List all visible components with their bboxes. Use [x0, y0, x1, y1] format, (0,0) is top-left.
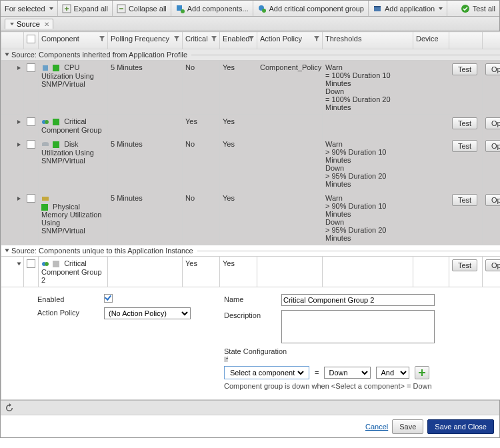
state-config-label: State Configuration: [224, 347, 435, 355]
chevron-down-icon: [49, 7, 53, 10]
test-button[interactable]: Test: [452, 194, 477, 206]
group-icon: [41, 260, 49, 268]
test-button[interactable]: Test: [452, 63, 477, 75]
status-up-icon: [53, 141, 59, 148]
component-cell: Physical Memory Utilization Using SNMP/V…: [39, 191, 108, 245]
row-checkbox[interactable]: [27, 117, 35, 126]
options-button[interactable]: Options: [485, 259, 500, 271]
plus-icon: [418, 369, 426, 377]
options-button[interactable]: Options: [485, 117, 500, 129]
group-unique[interactable]: Source: Components unique to this Applic…: [1, 245, 501, 257]
component-cell: CPU Utilization Using SNMP/Virtual: [39, 61, 108, 115]
name-label: Name: [224, 294, 281, 303]
polling-cell: 5 Minutes: [108, 137, 183, 191]
refresh-bar: [1, 400, 499, 415]
status-unknown-icon: [53, 261, 59, 267]
label: Test all: [473, 5, 495, 13]
chevron-down-icon: [439, 7, 443, 10]
enabled-cell: Yes: [220, 61, 257, 115]
options-button[interactable]: Options: [485, 194, 500, 206]
expand-row-icon[interactable]: [17, 197, 21, 201]
chevron-down-icon: [10, 23, 14, 25]
action-policy-cell: [257, 191, 323, 245]
operator-select[interactable]: And: [376, 367, 409, 379]
expand-icon: [62, 4, 71, 13]
footer: Cancel Save Save and Close: [1, 415, 499, 437]
critical-cell: No: [183, 61, 220, 115]
header-thresholds[interactable]: Thresholds: [323, 32, 413, 49]
cpu-icon: [41, 64, 49, 72]
component-icon: [175, 4, 185, 13]
device-cell: [413, 61, 449, 115]
row-checkbox[interactable]: [27, 259, 35, 268]
header-component[interactable]: Component: [39, 32, 108, 49]
header-action-policy[interactable]: Action Policy: [257, 32, 323, 49]
label: Expand all: [74, 5, 108, 13]
options-button[interactable]: Options: [485, 63, 500, 75]
polling-cell: [108, 257, 183, 287]
expand-row-icon[interactable]: [17, 120, 21, 124]
collapse-all-button[interactable]: Collapse all: [113, 1, 171, 16]
thresholds-cell: Warn > 90% Duration 10 Minutes Down > 95…: [323, 191, 413, 245]
row-checkbox[interactable]: [27, 140, 35, 149]
description-textarea[interactable]: [281, 310, 435, 343]
save-and-close-button[interactable]: Save and Close: [427, 419, 494, 434]
enabled-checkbox[interactable]: [104, 294, 113, 303]
add-critical-group-button[interactable]: Add critical component group: [253, 1, 369, 16]
for-selected-button[interactable]: For selected: [1, 1, 58, 16]
memory-icon: [41, 195, 49, 203]
cancel-link[interactable]: Cancel: [365, 423, 388, 431]
description-label: Description: [224, 310, 281, 319]
group-label: Source: Components unique to this Applic…: [11, 247, 193, 255]
header-select-all[interactable]: [24, 32, 39, 49]
expand-all-button[interactable]: Expand all: [58, 1, 113, 16]
header-polling[interactable]: Polling Frequency: [108, 32, 183, 49]
test-button[interactable]: Test: [452, 259, 477, 271]
tab-source[interactable]: Source ✕: [5, 19, 53, 29]
chevron-down-icon: [5, 53, 9, 57]
refresh-icon[interactable]: [5, 403, 14, 413]
row-checkbox[interactable]: [27, 63, 35, 72]
thresholds-cell: [323, 257, 413, 287]
action-policy-cell: [257, 115, 323, 137]
device-cell: [413, 115, 449, 137]
test-button[interactable]: Test: [452, 117, 477, 129]
add-application-button[interactable]: Add application: [369, 1, 447, 16]
enabled-cell: Yes: [220, 191, 257, 245]
options-button[interactable]: Options: [485, 140, 500, 152]
expand-row-icon[interactable]: [17, 143, 21, 147]
group-inherited[interactable]: Source: Components inherited from Applic…: [1, 49, 501, 61]
enabled-label: Enabled: [37, 294, 104, 303]
header-expand: [1, 32, 24, 49]
tab-row: Source ✕: [1, 17, 499, 31]
disk-icon: [41, 141, 49, 149]
component-select[interactable]: Select a component: [224, 366, 309, 379]
component-cell: Critical Component Group 2: [39, 257, 108, 287]
close-icon[interactable]: ✕: [44, 21, 49, 28]
name-input[interactable]: [281, 294, 435, 306]
header-enabled[interactable]: Enabled: [220, 32, 257, 49]
status-up-icon: [53, 65, 59, 71]
table-row: Disk Utilization Using SNMP/Virtual 5 Mi…: [1, 137, 501, 191]
collapse-row-icon[interactable]: [17, 263, 21, 266]
add-condition-button[interactable]: [415, 366, 429, 379]
critical-cell: Yes: [183, 115, 220, 137]
test-all-button[interactable]: Test all: [457, 1, 499, 16]
header-device[interactable]: Device: [413, 32, 449, 49]
test-button[interactable]: Test: [452, 140, 477, 152]
header-critical[interactable]: Critical: [183, 32, 220, 49]
state-select[interactable]: Down: [324, 367, 371, 379]
critical-icon: [257, 4, 267, 13]
action-policy-select[interactable]: (No Action Policy): [104, 307, 191, 319]
save-button[interactable]: Save: [392, 419, 423, 434]
status-up-icon: [41, 204, 48, 211]
row-checkbox[interactable]: [27, 194, 35, 203]
status-up-icon: [53, 119, 59, 125]
table-row: Critical Component Group 2 Yes Yes Test …: [1, 257, 501, 287]
chevron-down-icon: [5, 249, 9, 253]
add-components-button[interactable]: Add components...: [171, 1, 253, 16]
expand-row-icon[interactable]: [17, 66, 21, 70]
label: Add application: [385, 5, 435, 13]
enabled-cell: Yes: [220, 257, 257, 287]
critical-cell: No: [183, 137, 220, 191]
